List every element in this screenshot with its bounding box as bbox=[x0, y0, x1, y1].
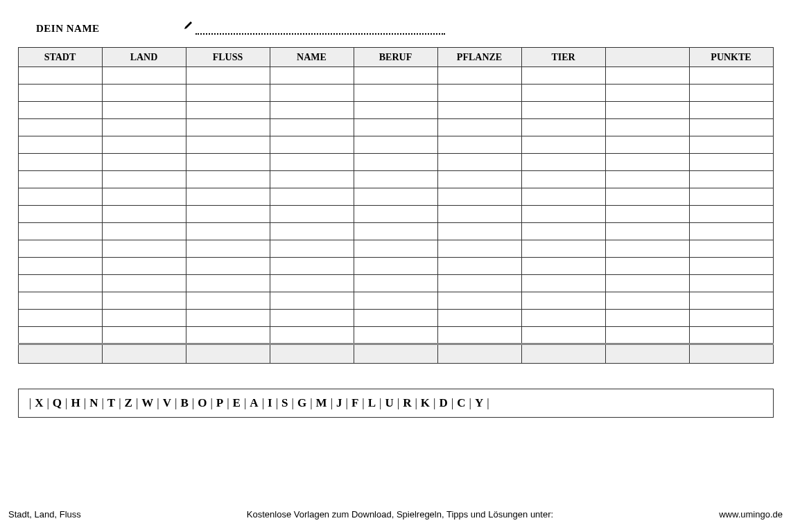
table-cell[interactable] bbox=[689, 119, 773, 136]
table-cell[interactable] bbox=[270, 310, 354, 327]
table-cell[interactable] bbox=[605, 102, 689, 119]
table-cell[interactable] bbox=[605, 292, 689, 310]
table-cell[interactable] bbox=[689, 327, 773, 344]
table-cell[interactable] bbox=[521, 136, 605, 154]
table-cell[interactable] bbox=[18, 85, 102, 102]
table-cell[interactable] bbox=[521, 154, 605, 171]
table-cell[interactable] bbox=[18, 292, 102, 310]
table-cell[interactable] bbox=[689, 136, 773, 154]
table-cell[interactable] bbox=[605, 223, 689, 240]
table-cell[interactable] bbox=[102, 102, 186, 119]
table-cell[interactable] bbox=[102, 136, 186, 154]
table-cell[interactable] bbox=[270, 67, 354, 85]
table-cell[interactable] bbox=[605, 119, 689, 136]
table-cell[interactable] bbox=[186, 275, 270, 292]
table-cell[interactable] bbox=[102, 119, 186, 136]
table-cell[interactable] bbox=[186, 136, 270, 154]
table-cell[interactable] bbox=[605, 327, 689, 344]
table-cell[interactable] bbox=[354, 102, 437, 119]
table-cell[interactable] bbox=[18, 275, 102, 292]
table-cell[interactable] bbox=[270, 292, 354, 310]
table-cell[interactable] bbox=[437, 275, 521, 292]
table-cell[interactable] bbox=[689, 310, 773, 327]
table-cell[interactable] bbox=[689, 258, 773, 275]
name-input-field[interactable] bbox=[183, 21, 445, 35]
table-cell[interactable] bbox=[437, 310, 521, 327]
table-cell[interactable] bbox=[102, 154, 186, 171]
table-cell[interactable] bbox=[18, 188, 102, 206]
table-cell[interactable] bbox=[18, 240, 102, 258]
table-cell[interactable] bbox=[186, 327, 270, 344]
table-cell[interactable] bbox=[270, 136, 354, 154]
table-cell[interactable] bbox=[521, 85, 605, 102]
table-cell[interactable] bbox=[102, 85, 186, 102]
table-cell[interactable] bbox=[689, 206, 773, 223]
table-cell[interactable] bbox=[354, 275, 437, 292]
table-cell[interactable] bbox=[605, 67, 689, 85]
table-cell[interactable] bbox=[186, 102, 270, 119]
table-cell[interactable] bbox=[18, 310, 102, 327]
table-cell[interactable] bbox=[521, 206, 605, 223]
table-cell[interactable] bbox=[354, 292, 437, 310]
table-cell[interactable] bbox=[689, 188, 773, 206]
table-cell[interactable] bbox=[186, 119, 270, 136]
table-cell[interactable] bbox=[354, 258, 437, 275]
table-cell[interactable] bbox=[437, 67, 521, 85]
table-cell[interactable] bbox=[102, 188, 186, 206]
table-cell[interactable] bbox=[521, 275, 605, 292]
table-cell[interactable] bbox=[689, 223, 773, 240]
table-cell[interactable] bbox=[354, 119, 437, 136]
table-cell[interactable] bbox=[270, 223, 354, 240]
table-cell[interactable] bbox=[437, 119, 521, 136]
table-cell[interactable] bbox=[354, 310, 437, 327]
table-cell[interactable] bbox=[354, 171, 437, 188]
table-cell[interactable] bbox=[102, 240, 186, 258]
table-cell[interactable] bbox=[270, 327, 354, 344]
table-cell[interactable] bbox=[354, 327, 437, 344]
table-cell[interactable] bbox=[354, 85, 437, 102]
table-cell[interactable] bbox=[270, 154, 354, 171]
table-cell[interactable] bbox=[102, 206, 186, 223]
table-cell[interactable] bbox=[102, 292, 186, 310]
table-cell[interactable] bbox=[605, 206, 689, 223]
table-cell[interactable] bbox=[521, 102, 605, 119]
table-cell[interactable] bbox=[437, 171, 521, 188]
table-cell[interactable] bbox=[605, 188, 689, 206]
table-cell[interactable] bbox=[689, 275, 773, 292]
table-cell[interactable] bbox=[605, 136, 689, 154]
table-cell[interactable] bbox=[186, 67, 270, 85]
table-cell[interactable] bbox=[605, 240, 689, 258]
table-cell[interactable] bbox=[437, 327, 521, 344]
table-cell[interactable] bbox=[437, 223, 521, 240]
table-cell[interactable] bbox=[186, 292, 270, 310]
table-cell[interactable] bbox=[605, 154, 689, 171]
table-cell[interactable] bbox=[186, 85, 270, 102]
table-cell[interactable] bbox=[521, 292, 605, 310]
table-cell[interactable] bbox=[18, 223, 102, 240]
table-cell[interactable] bbox=[689, 292, 773, 310]
table-cell[interactable] bbox=[18, 206, 102, 223]
table-cell[interactable] bbox=[186, 154, 270, 171]
table-cell[interactable] bbox=[270, 171, 354, 188]
table-cell[interactable] bbox=[437, 102, 521, 119]
table-cell[interactable] bbox=[186, 310, 270, 327]
table-cell[interactable] bbox=[18, 171, 102, 188]
table-cell[interactable] bbox=[186, 206, 270, 223]
table-cell[interactable] bbox=[437, 85, 521, 102]
table-cell[interactable] bbox=[521, 240, 605, 258]
table-cell[interactable] bbox=[521, 258, 605, 275]
table-cell[interactable] bbox=[18, 102, 102, 119]
table-cell[interactable] bbox=[521, 188, 605, 206]
table-cell[interactable] bbox=[354, 154, 437, 171]
table-cell[interactable] bbox=[689, 171, 773, 188]
table-cell[interactable] bbox=[605, 275, 689, 292]
table-cell[interactable] bbox=[689, 154, 773, 171]
table-cell[interactable] bbox=[437, 154, 521, 171]
table-cell[interactable] bbox=[186, 223, 270, 240]
table-cell[interactable] bbox=[521, 327, 605, 344]
table-cell[interactable] bbox=[270, 85, 354, 102]
table-cell[interactable] bbox=[18, 67, 102, 85]
table-cell[interactable] bbox=[605, 310, 689, 327]
table-cell[interactable] bbox=[270, 240, 354, 258]
table-cell[interactable] bbox=[689, 85, 773, 102]
